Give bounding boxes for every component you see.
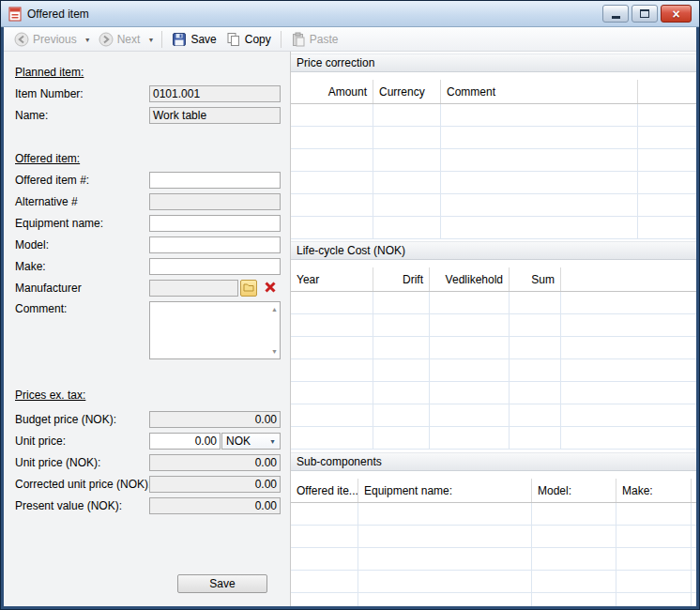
table-cell [291, 571, 358, 592]
form-panel: Planned item: Item Number: 0101.001 Name… [4, 52, 291, 606]
make-input[interactable] [149, 258, 281, 275]
table-row[interactable] [291, 427, 696, 450]
table-cell [291, 359, 373, 381]
table-row[interactable] [291, 382, 696, 404]
table-cell [532, 571, 616, 592]
table-cell [616, 503, 692, 525]
table-row[interactable] [291, 127, 696, 149]
sub-components-table: Offered ite...Equipment name:Model:Make: [291, 479, 696, 606]
comment-textarea[interactable]: ▲ ▼ [149, 301, 281, 359]
unit-price-nok-value: 0.00 [255, 456, 277, 469]
table-row[interactable] [291, 194, 696, 217]
alternative-field[interactable] [149, 193, 281, 210]
paste-button[interactable]: Paste [286, 30, 343, 49]
table-row[interactable] [291, 172, 696, 194]
paste-label: Paste [310, 33, 339, 46]
table-row[interactable] [291, 217, 696, 239]
column-header[interactable]: Vedlikehold [430, 267, 510, 291]
column-header[interactable]: Amount [291, 80, 373, 103]
table-header-row: AmountCurrencyComment [291, 80, 696, 104]
model-input[interactable] [149, 236, 281, 253]
equipment-name-input[interactable] [149, 215, 281, 232]
table-cell [616, 571, 692, 592]
table-cell [638, 172, 696, 193]
table-header-row: Offered ite...Equipment name:Model:Make: [291, 479, 696, 503]
table-cell [510, 337, 561, 358]
present-value-field[interactable]: 0.00 [149, 497, 281, 514]
table-row[interactable] [291, 593, 696, 606]
table-row[interactable] [291, 571, 696, 593]
save-button[interactable]: Save [167, 30, 221, 49]
table-cell [532, 548, 616, 570]
column-header[interactable]: Offered ite... [291, 479, 358, 502]
table-cell [441, 149, 638, 171]
table-row[interactable] [291, 526, 696, 548]
table-cell [441, 172, 638, 193]
table-row[interactable] [291, 149, 696, 172]
table-cell [692, 548, 696, 570]
manufacturer-clear-button[interactable] [260, 280, 281, 297]
previous-label: Previous [33, 33, 77, 46]
previous-dropdown[interactable]: ▼ [82, 32, 94, 46]
previous-button[interactable]: Previous [9, 30, 82, 49]
chevron-down-icon: ▾ [266, 437, 280, 446]
manufacturer-field[interactable] [149, 280, 238, 297]
table-cell [561, 427, 696, 449]
scroll-up-icon[interactable]: ▲ [271, 306, 278, 313]
present-value-value: 0.00 [255, 499, 277, 512]
unit-price-input[interactable]: 0.00 [149, 433, 221, 450]
table-cell [616, 593, 692, 606]
copy-button[interactable]: Copy [221, 30, 276, 49]
budget-price-field[interactable]: 0.00 [149, 411, 281, 428]
table-row[interactable] [291, 359, 696, 382]
table-cell [373, 292, 430, 313]
table-cell [532, 503, 616, 525]
column-header[interactable]: Model: [532, 479, 616, 502]
table-cell [373, 314, 430, 336]
next-dropdown[interactable]: ▼ [145, 32, 157, 46]
life-cycle-header: Life-cycle Cost (NOK) [291, 241, 696, 260]
life-cycle-table: YearDriftVedlikeholdSum [291, 267, 696, 450]
name-field[interactable]: Work table [149, 107, 281, 124]
scroll-down-icon[interactable]: ▼ [271, 348, 278, 355]
save-label: Save [190, 33, 216, 46]
corrected-unit-price-field[interactable]: 0.00 [149, 476, 281, 493]
table-cell [373, 149, 441, 171]
table-row[interactable] [291, 503, 696, 526]
unit-price-label: Unit price: [15, 435, 66, 448]
minimize-button[interactable] [602, 5, 629, 23]
column-header[interactable]: Comment [441, 80, 638, 103]
table-cell [373, 382, 430, 404]
item-number-field[interactable]: 0101.001 [149, 85, 281, 102]
offered-item-number-input[interactable] [149, 172, 281, 189]
column-header[interactable]: Currency [373, 80, 441, 103]
close-button[interactable]: × [661, 5, 692, 23]
table-cell [291, 149, 373, 171]
toolbar: Previous ▼ Next ▼ Save C [4, 27, 696, 52]
table-row[interactable] [291, 548, 696, 571]
unit-price-nok-field[interactable]: 0.00 [149, 454, 281, 471]
table-row[interactable] [291, 404, 696, 427]
maximize-button[interactable] [632, 5, 658, 23]
currency-select[interactable]: NOK ▾ [221, 433, 281, 450]
column-header[interactable]: Sum [510, 267, 561, 291]
save-button-bottom[interactable]: Save [177, 574, 267, 593]
table-row[interactable] [291, 337, 696, 359]
table-row[interactable] [291, 104, 696, 127]
column-header[interactable]: Year [291, 267, 373, 291]
column-header[interactable]: Equipment name: [358, 479, 532, 502]
table-cell [291, 314, 373, 336]
table-row[interactable] [291, 314, 696, 337]
table-cell [561, 382, 696, 404]
manufacturer-lookup-button[interactable] [240, 280, 257, 297]
next-button[interactable]: Next [94, 30, 145, 49]
table-cell [561, 359, 696, 381]
column-header[interactable]: Make: [616, 479, 692, 502]
header-filler [692, 479, 696, 502]
table-cell [692, 593, 696, 606]
table-row[interactable] [291, 292, 696, 314]
table-cell [358, 593, 532, 606]
next-label: Next [117, 33, 141, 46]
column-header[interactable]: Drift [373, 267, 430, 291]
titlebar[interactable]: Offered item × [1, 1, 699, 27]
